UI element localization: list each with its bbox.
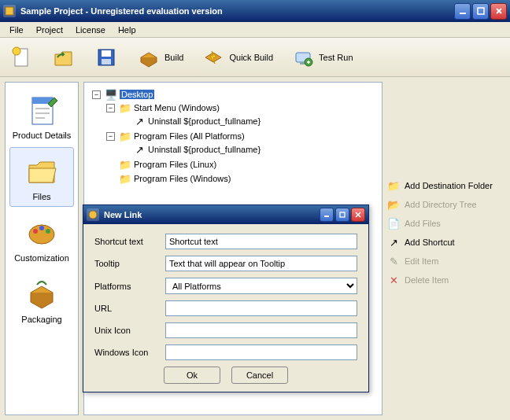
shortcut-text-label: Shortcut text [94, 237, 165, 246]
toolbar: Build Quick Build Test Run [0, 38, 510, 77]
windows-icon-input[interactable] [165, 344, 357, 360]
quickbuild-icon [201, 45, 226, 70]
ok-button[interactable]: Ok [164, 367, 220, 384]
tree-node[interactable]: Program Files (Windows) [134, 174, 231, 183]
action-edit-item: ✎Edit Item [387, 253, 505, 269]
unix-icon-label: Unix Icon [94, 326, 165, 335]
palette-icon [23, 214, 61, 252]
maximize-button[interactable] [472, 3, 489, 20]
window-titlebar: Sample Project - Unregistered evaluation… [0, 0, 510, 22]
build-icon [136, 45, 161, 70]
shortcut-icon: ↗ [133, 143, 146, 156]
build-button[interactable]: Build [132, 41, 187, 74]
svg-point-17 [89, 211, 97, 219]
sidebar-item-packaging[interactable]: Packaging [9, 270, 74, 330]
action-add-files: 📄Add Files [387, 216, 505, 231]
svg-point-14 [33, 229, 38, 234]
svg-rect-7 [102, 59, 111, 64]
menu-help[interactable]: Help [112, 24, 142, 36]
tree-expander[interactable]: − [106, 104, 115, 112]
new-link-dialog: New Link Shortcut text Tooltip Platforms… [83, 204, 369, 392]
action-add-directory-tree: 📂Add Directory Tree [387, 197, 505, 212]
open-icon [51, 45, 76, 70]
quickbuild-button[interactable]: Quick Build [197, 41, 277, 74]
menu-project[interactable]: Project [30, 24, 69, 36]
app-icon [3, 5, 16, 17]
dialog-minimize-button[interactable] [320, 208, 334, 222]
desktop-icon: 🖥️ [105, 88, 117, 101]
notepad-icon [23, 91, 61, 129]
tree-node[interactable]: Program Files (All Platforms) [134, 131, 245, 141]
quickbuild-label: Quick Build [229, 53, 273, 62]
shortcut-text-input[interactable] [165, 234, 357, 249]
svg-point-16 [46, 229, 50, 234]
svg-rect-18 [324, 216, 329, 217]
tree-node[interactable]: Uninstall ${product_fullname} [148, 145, 261, 154]
new-icon [9, 45, 34, 70]
sidebar-item-customization[interactable]: Customization [9, 208, 74, 268]
url-input[interactable] [165, 300, 357, 316]
action-add-shortcut[interactable]: ↗Add Shortcut [387, 234, 505, 250]
tree-node[interactable]: Uninstall ${product_fullname} [148, 116, 261, 126]
tree-node[interactable]: Program Files (Linux) [134, 160, 216, 169]
svg-rect-1 [460, 13, 466, 14]
tree-icon: 📂 [387, 198, 400, 211]
tooltip-label: Tooltip [94, 259, 165, 268]
window-title: Sample Project - Unregistered evaluation… [20, 6, 454, 16]
svg-rect-0 [6, 7, 13, 15]
sidebar-item-files[interactable]: Files [9, 147, 74, 207]
action-add-destination-folder[interactable]: 📁Add Destination Folder [387, 178, 505, 193]
minimize-button[interactable] [454, 3, 471, 20]
package-icon [23, 275, 61, 313]
testrun-button[interactable]: Test Run [286, 41, 357, 74]
close-button[interactable] [490, 3, 507, 20]
tree-node-desktop[interactable]: Desktop [120, 90, 154, 99]
action-delete-item: ✕Delete Item [387, 272, 505, 288]
url-label: URL [94, 304, 165, 313]
sidebar-item-label: Packaging [21, 315, 61, 324]
tree-expander[interactable]: − [106, 132, 115, 141]
folder-add-icon: 📁 [387, 179, 400, 192]
file-icon: 📄 [387, 217, 400, 230]
link-icon [87, 208, 99, 221]
folder-icon: 📁 [119, 101, 131, 114]
tooltip-input[interactable] [165, 256, 357, 271]
build-label: Build [164, 53, 183, 62]
shortcut-icon: ↗ [133, 115, 146, 127]
save-icon [94, 45, 119, 70]
dialog-close-button[interactable] [351, 208, 365, 222]
dialog-title: New Link [104, 210, 320, 219]
platforms-label: Platforms [94, 282, 165, 291]
sidebar-item-label: Files [32, 192, 50, 201]
sidebar-item-product-details[interactable]: Product Details [9, 86, 74, 146]
sidebar-item-label: Customization [14, 253, 69, 263]
menu-license[interactable]: License [69, 24, 112, 36]
svg-rect-19 [340, 212, 345, 217]
testrun-label: Test Run [319, 53, 353, 62]
open-button[interactable] [47, 41, 80, 74]
menubar: File Project License Help [0, 22, 510, 38]
tree-expander[interactable]: − [92, 90, 101, 99]
platforms-select[interactable]: All Platforms [165, 278, 357, 294]
svg-point-4 [13, 47, 20, 55]
sidebar: Product Details Files Customization Pack… [5, 82, 79, 415]
actions-panel: 📁Add Destination Folder 📂Add Directory T… [387, 82, 505, 415]
svg-rect-2 [478, 8, 484, 14]
save-button[interactable] [90, 41, 123, 74]
cancel-button[interactable]: Cancel [231, 367, 288, 384]
sidebar-item-label: Product Details [13, 131, 72, 140]
delete-icon: ✕ [387, 274, 400, 286]
dialog-maximize-button[interactable] [335, 208, 349, 222]
testrun-icon [290, 45, 316, 70]
unix-icon-input[interactable] [165, 322, 357, 338]
edit-icon: ✎ [387, 255, 400, 267]
new-button[interactable] [5, 41, 38, 74]
tree-node[interactable]: Start Menu (Windows) [134, 103, 220, 112]
windows-icon-label: Windows Icon [94, 348, 165, 357]
folder-icon: 📁 [119, 158, 131, 171]
dialog-titlebar: New Link [83, 205, 368, 224]
menu-file[interactable]: File [3, 24, 30, 36]
svg-point-15 [39, 226, 44, 230]
svg-rect-6 [102, 50, 111, 57]
folder-icon [23, 153, 61, 190]
